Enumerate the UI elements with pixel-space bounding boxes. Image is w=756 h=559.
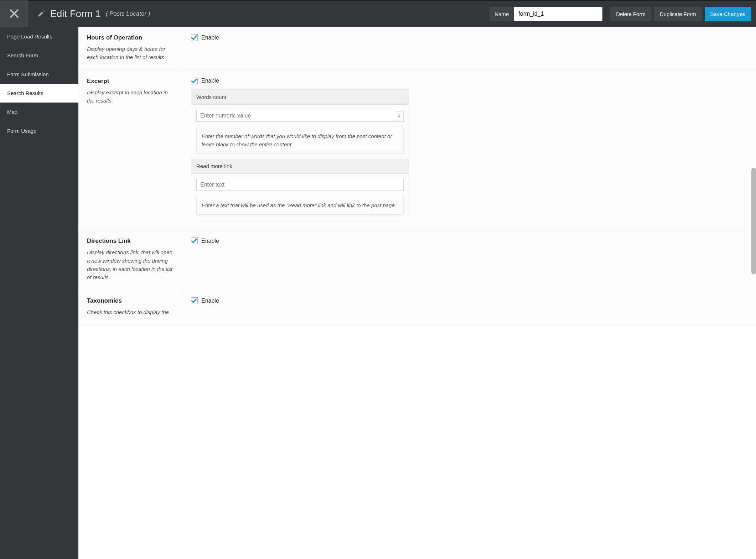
setting-title: Taxonomies — [87, 297, 174, 304]
number-stepper-icon[interactable]: ▲▼ — [396, 111, 402, 120]
sidebar-item-form-submission[interactable]: Form Submission — [0, 65, 78, 84]
close-icon — [9, 9, 19, 20]
enable-checkbox[interactable] — [191, 297, 198, 304]
readmore-input[interactable] — [196, 179, 404, 191]
words-count-heading: Words count — [191, 90, 409, 105]
duplicate-form-button[interactable]: Duplicate Form — [654, 7, 702, 21]
form-name-input[interactable] — [514, 7, 602, 21]
row-hours: Hours of Operation Display opening days … — [78, 27, 756, 70]
sidebar-item-map[interactable]: Map — [0, 103, 78, 121]
sidebar-item-label: Search Form — [7, 52, 38, 58]
enable-wrap[interactable]: Enable — [191, 237, 747, 244]
row-excerpt: Excerpt Display excerpt in each location… — [78, 70, 756, 231]
scrollbar[interactable] — [751, 168, 756, 275]
delete-form-button[interactable]: Delete Form — [610, 7, 651, 21]
enable-checkbox[interactable] — [191, 237, 198, 244]
row-right: Enable — [182, 290, 756, 325]
close-button[interactable] — [0, 0, 28, 27]
readmore-heading: Read more link — [191, 159, 409, 174]
row-left: Directions Link Display directions link,… — [78, 230, 182, 290]
sidebar-item-form-usage[interactable]: Form Usage — [0, 121, 78, 140]
enable-label: Enable — [201, 298, 219, 304]
readmore-help: Enter a text that will be used as the "R… — [196, 196, 404, 215]
row-taxonomies: Taxonomies Check this checkbox to displa… — [78, 290, 756, 325]
sidebar-item-search-results[interactable]: Search Results — [0, 84, 78, 103]
page-subtitle: ( Posts Locator ) — [106, 10, 150, 17]
setting-title: Directions Link — [87, 237, 174, 245]
row-left: Taxonomies Check this checkbox to displa… — [78, 290, 182, 325]
save-changes-button[interactable]: Save Changes — [705, 7, 751, 21]
row-right: Enable Words count ▲▼ Enter the number o… — [182, 70, 756, 230]
sidebar-item-label: Form Submission — [7, 71, 49, 77]
row-right: Enable — [182, 230, 756, 290]
setting-desc: Check this checkbox to display the — [87, 308, 174, 316]
row-directions: Directions Link Display directions link,… — [78, 230, 756, 290]
enable-label: Enable — [201, 35, 219, 41]
enable-wrap[interactable]: Enable — [191, 34, 747, 41]
main: Page Load Results Search Form Form Submi… — [0, 27, 756, 559]
setting-desc: Display opening days & hours for each lo… — [87, 45, 174, 62]
sidebar-item-page-load-results[interactable]: Page Load Results — [0, 27, 78, 46]
sidebar-item-label: Form Usage — [7, 128, 37, 134]
top-bar: Edit Form 1 ( Posts Locator ) Name Delet… — [0, 0, 756, 27]
enable-label: Enable — [201, 78, 219, 84]
sidebar-item-label: Page Load Results — [7, 33, 52, 40]
row-right: Enable — [182, 27, 756, 70]
sidebar-item-label: Map — [7, 109, 17, 115]
row-left: Hours of Operation Display opening days … — [78, 27, 182, 70]
sidebar: Page Load Results Search Form Form Submi… — [0, 27, 78, 559]
words-count-input[interactable] — [196, 110, 404, 122]
words-count-panel: Words count ▲▼ Enter the number of words… — [191, 89, 409, 220]
page-title: Edit Form 1 — [50, 9, 101, 20]
enable-checkbox[interactable] — [191, 78, 198, 84]
form-name-label: Name — [490, 11, 514, 17]
enable-label: Enable — [201, 238, 219, 244]
enable-checkbox[interactable] — [191, 34, 198, 41]
enable-wrap[interactable]: Enable — [191, 78, 747, 84]
content[interactable]: Hours of Operation Display opening days … — [78, 27, 756, 559]
setting-title: Hours of Operation — [87, 34, 174, 41]
setting-title: Excerpt — [87, 78, 174, 85]
page-title-wrap: Edit Form 1 ( Posts Locator ) — [28, 9, 490, 20]
words-count-help: Enter the number of words that you would… — [196, 127, 404, 154]
form-name-wrap: Name — [490, 7, 602, 21]
setting-desc: Display directions link, that will open … — [87, 248, 174, 281]
sidebar-item-search-form[interactable]: Search Form — [0, 46, 78, 65]
sidebar-item-label: Search Results — [7, 90, 43, 96]
setting-desc: Display excerpt in each location in the … — [87, 88, 174, 105]
enable-wrap[interactable]: Enable — [191, 297, 747, 304]
edit-icon — [37, 10, 45, 19]
row-left: Excerpt Display excerpt in each location… — [78, 70, 182, 230]
